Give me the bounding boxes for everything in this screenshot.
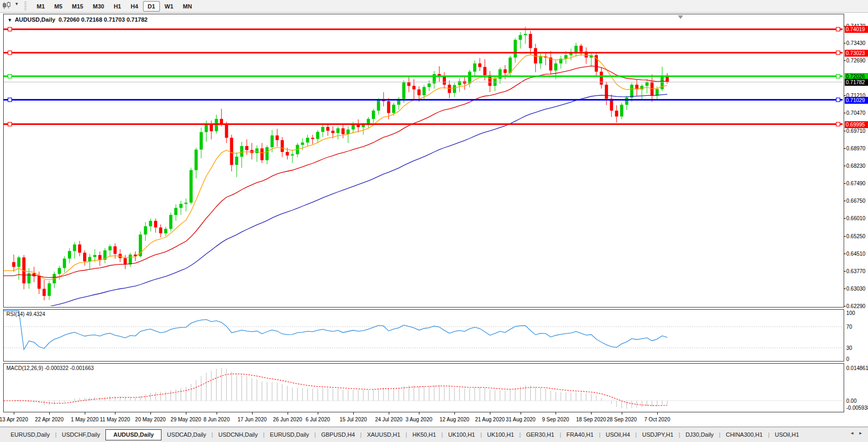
- candle-body: [215, 119, 218, 131]
- candle-body: [402, 83, 406, 99]
- macd-axis-label: 0.00: [846, 398, 868, 404]
- timeframe-button-h1[interactable]: H1: [109, 1, 126, 12]
- tab-scroll-left-button[interactable]: ◄: [850, 431, 854, 436]
- candle-body: [275, 136, 279, 140]
- price-axis-tick: [844, 306, 846, 306]
- candle-body: [93, 255, 96, 257]
- timeframe-button-m15[interactable]: M15: [67, 1, 88, 12]
- candle-body: [109, 246, 112, 250]
- price-axis-tick: [844, 166, 846, 166]
- candle-body: [600, 71, 603, 85]
- date-axis-tick: [389, 412, 389, 414]
- top-toolbar: ▼ M1M5M15M30H1H4D1W1MN: [0, 0, 868, 13]
- candle-body: [326, 127, 329, 131]
- macd-axis-label: 0.014861: [846, 365, 868, 371]
- macd-axis-label: -0.005938: [846, 405, 868, 411]
- chart-tab-ger30-h1[interactable]: GER30,H1: [521, 430, 559, 440]
- price-axis-tick: [844, 218, 846, 219]
- timeframe-button-h4[interactable]: H4: [126, 1, 143, 12]
- date-axis-tick: [14, 412, 14, 414]
- candle-body: [458, 81, 461, 85]
- candle-body: [235, 157, 238, 165]
- price-axis-tick: [844, 183, 846, 184]
- line-handle[interactable]: [836, 98, 840, 102]
- price-axis-tick: [844, 201, 846, 201]
- chart-tab-xauusd-h1[interactable]: XAUUSD,H1: [362, 430, 406, 440]
- chart-tab-audusd-daily[interactable]: AUDUSD,Daily: [105, 429, 162, 440]
- chart-tab-china300-h1[interactable]: CHINA300,H1: [720, 430, 768, 440]
- date-axis-tick: [115, 412, 115, 414]
- date-axis-tick: [217, 412, 217, 414]
- timeframe-button-m30[interactable]: M30: [88, 1, 109, 12]
- chart-title: ▼AUDUSD,Daily 0.72060 0.72168 0.71703 0.…: [7, 16, 148, 23]
- candle-body: [68, 251, 71, 258]
- macd-indicator-panel[interactable]: [3, 363, 844, 412]
- timeframe-button-m1[interactable]: M1: [32, 1, 49, 12]
- chart-tab-uk100-h1[interactable]: UK100,H1: [443, 430, 480, 440]
- candle-body: [504, 69, 507, 73]
- candle-body: [63, 259, 66, 268]
- candle-body: [630, 85, 633, 98]
- timeframe-button-w1[interactable]: W1: [160, 1, 178, 12]
- rsi-indicator-panel[interactable]: [3, 309, 844, 362]
- candle-body: [159, 228, 162, 233]
- chevron-down-icon[interactable]: ▼: [14, 2, 19, 6]
- line-handle[interactable]: [836, 75, 840, 78]
- candle-body: [286, 152, 289, 156]
- price-chart-svg: [4, 14, 843, 306]
- chart-tab-hk50-h1[interactable]: HK50,H1: [407, 430, 442, 440]
- candle-body: [605, 85, 608, 99]
- line-handle[interactable]: [8, 75, 12, 78]
- line-handle[interactable]: [8, 51, 12, 55]
- line-handle[interactable]: [836, 122, 840, 126]
- line-handle[interactable]: [836, 28, 840, 31]
- date-axis-tick: [591, 412, 592, 414]
- chart-scroll-marker-icon[interactable]: [678, 15, 683, 19]
- price-chart-panel[interactable]: [3, 14, 844, 308]
- candle-body: [113, 246, 117, 254]
- candle-body: [129, 255, 132, 265]
- line-handle[interactable]: [8, 98, 12, 102]
- candle-body: [184, 203, 187, 204]
- chart-tab-usdchf-daily[interactable]: USDCHF,Daily: [57, 430, 105, 440]
- price-axis-label: 0.67490: [846, 181, 868, 186]
- candlestick-chart-icon[interactable]: [2, 2, 11, 10]
- price-badge: 0.73023: [845, 50, 868, 57]
- chart-tab-usdcad-daily[interactable]: USDCAD,Daily: [162, 430, 211, 440]
- candle-body: [48, 283, 51, 296]
- chart-tab-usoil-h1[interactable]: USOil,H1: [769, 430, 804, 440]
- chart-tab-usdcnh-daily[interactable]: USDCNH,Daily: [213, 430, 263, 440]
- candle-body: [407, 83, 410, 86]
- chart-tab-uk100-h1[interactable]: UK100,H1: [482, 430, 520, 440]
- chart-title-caret-icon[interactable]: ▼: [7, 17, 12, 23]
- timeframe-button-mn[interactable]: MN: [178, 1, 196, 12]
- toolbar-grip[interactable]: [24, 2, 26, 10]
- chart-tab-gbpusd-h4[interactable]: GBPUSD,H4: [316, 430, 360, 440]
- chart-tab-usdjpy-h1[interactable]: USDJPY,H1: [637, 430, 678, 440]
- price-axis-label: 0.68230: [846, 163, 868, 169]
- price-axis-label: 0.66010: [846, 215, 868, 221]
- candle-body: [524, 34, 527, 35]
- timeframe-button-m5[interactable]: M5: [50, 1, 67, 12]
- candle-body: [508, 58, 512, 73]
- tab-scroll-right-button[interactable]: ►: [858, 431, 863, 436]
- candle-body: [443, 76, 446, 85]
- candle-body: [174, 208, 177, 215]
- candle-body: [123, 258, 127, 265]
- timeframe-button-d1[interactable]: D1: [143, 1, 160, 12]
- line-handle[interactable]: [836, 51, 840, 55]
- chart-tab-eurusd-daily[interactable]: EURUSD,Daily: [265, 430, 315, 440]
- line-handle[interactable]: [8, 122, 12, 126]
- date-axis-tick: [85, 412, 85, 414]
- chart-tab-eurusd-daily[interactable]: EURUSD,Daily: [5, 430, 55, 440]
- candle-body: [58, 268, 61, 274]
- candle-body: [336, 128, 339, 133]
- chart-tab-usoil-h4[interactable]: USOil,H4: [601, 430, 636, 440]
- line-handle[interactable]: [8, 28, 12, 31]
- candle-body: [377, 100, 380, 111]
- chart-tab-dj30-daily[interactable]: DJ30,Daily: [680, 430, 719, 440]
- chart-tab-fra40-h1[interactable]: FRA40,H1: [561, 430, 599, 440]
- candle-body: [73, 245, 76, 251]
- candle-body: [321, 127, 324, 132]
- price-axis-tick: [844, 113, 846, 113]
